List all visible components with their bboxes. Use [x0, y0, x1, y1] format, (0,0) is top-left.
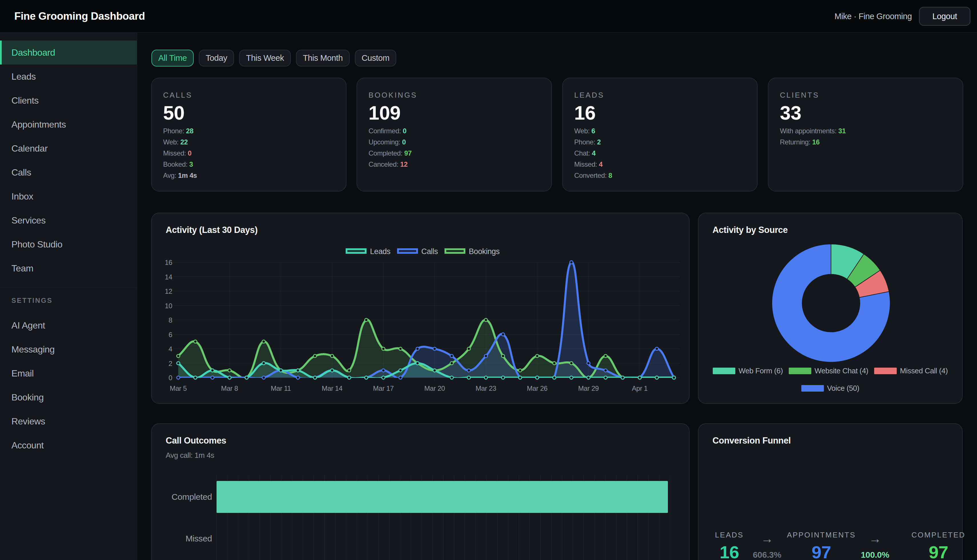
svg-text:Mar 26: Mar 26 — [527, 385, 547, 392]
svg-text:Mar 11: Mar 11 — [271, 385, 291, 392]
svg-text:14: 14 — [165, 273, 172, 281]
svg-text:Mar 8: Mar 8 — [221, 385, 238, 392]
svg-text:Mar 20: Mar 20 — [424, 385, 445, 392]
svg-text:Missed: Missed — [186, 534, 212, 543]
svg-text:16: 16 — [165, 258, 172, 266]
svg-text:0: 0 — [169, 374, 172, 382]
svg-text:Apr 1: Apr 1 — [632, 385, 647, 392]
svg-text:Mar 5: Mar 5 — [170, 385, 187, 392]
svg-text:4: 4 — [169, 345, 172, 353]
svg-text:Mar 23: Mar 23 — [476, 385, 496, 392]
svg-text:6: 6 — [169, 331, 172, 338]
svg-text:2: 2 — [169, 360, 172, 367]
svg-text:Completed: Completed — [172, 492, 212, 502]
svg-text:Mar 29: Mar 29 — [578, 385, 599, 392]
svg-text:10: 10 — [165, 302, 172, 310]
svg-text:Mar 17: Mar 17 — [373, 385, 394, 392]
svg-text:8: 8 — [169, 316, 172, 324]
svg-text:12: 12 — [165, 287, 172, 295]
svg-text:Mar 14: Mar 14 — [322, 385, 342, 392]
